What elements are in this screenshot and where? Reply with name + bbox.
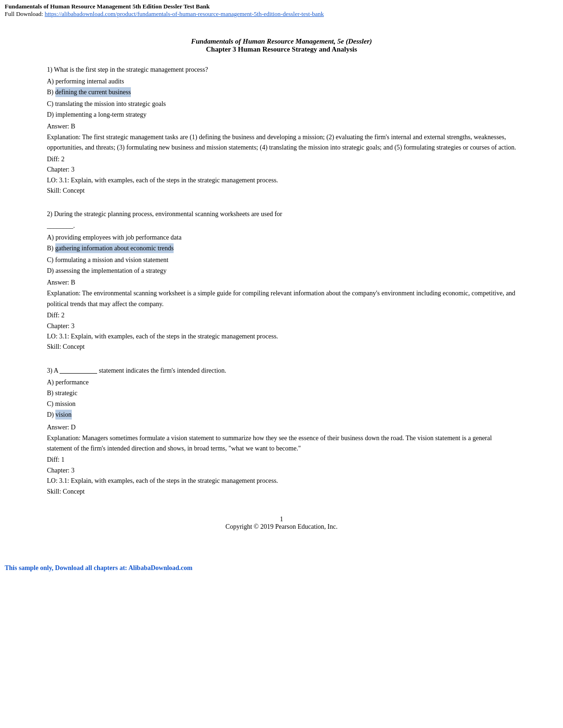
q2-diff: Diff: 2 (47, 310, 516, 321)
bottom-banner-text: This sample only, Download all chapters … (5, 564, 192, 571)
q1-option-b: B) defining the current business (47, 87, 516, 98)
question-3-text: 3) A statement indicates the firm's inte… (47, 366, 516, 375)
question-2-text: 2) During the strategic planning process… (47, 209, 516, 219)
banner-link-row: Full Download: https://alibabadownload.c… (5, 10, 558, 18)
q1-body: What is the first step in the strategic … (54, 66, 208, 73)
question-2-text2: ________. (47, 221, 516, 231)
q2-option-c-label: C) (47, 256, 53, 263)
q3-option-d-label: D) (47, 411, 55, 418)
top-banner: Fundamentals of Human Resource Managemen… (0, 0, 563, 19)
q2-option-c: C) formulating a mission and vision stat… (47, 255, 516, 265)
q2-explanation: Explanation: The environmental scanning … (47, 288, 516, 309)
q3-option-d: D) vision (47, 410, 516, 420)
q2-body: During the strategic planning process, e… (54, 210, 282, 218)
q1-option-c: C) translating the mission into strategi… (47, 99, 516, 109)
banner-link[interactable]: https://alibabadownload.com/product/fund… (45, 10, 324, 17)
q2-lo: LO: 3.1: Explain, with examples, each of… (47, 331, 516, 342)
q1-option-a-label: A) (47, 78, 54, 85)
q3-option-b-label: B) (47, 390, 53, 397)
q2-option-d-label: D) (47, 267, 54, 274)
q2-option-d-text: assessing the implementation of a strate… (55, 267, 167, 274)
q3-text-pre: 3) A (47, 367, 58, 374)
q1-option-c-label: C) (47, 100, 53, 107)
question-3: 3) A statement indicates the firm's inte… (47, 366, 516, 497)
q3-option-b: B) strategic (47, 388, 516, 398)
q1-number: 1) (47, 66, 53, 73)
book-title-line: Fundamentals of Human Resource Managemen… (47, 38, 516, 45)
q2-text2: ________. (47, 222, 75, 229)
q3-option-a-label: A) (47, 379, 54, 386)
question-1-text: 1) What is the first step in the strateg… (47, 65, 516, 75)
q3-option-a-text: performance (55, 379, 89, 386)
q1-answer: Answer: B (47, 121, 516, 131)
q1-explanation: Explanation: The first strategic managem… (47, 132, 516, 153)
q2-option-a-label: A) (47, 234, 54, 241)
q1-option-b-label: B) (47, 89, 55, 96)
q2-option-c-text: formulating a mission and vision stateme… (55, 256, 168, 263)
q1-skill: Skill: Concept (47, 186, 516, 196)
q1-chapter: Chapter: 3 (47, 165, 516, 175)
copyright: Copyright © 2019 Pearson Education, Inc. (47, 523, 516, 531)
q2-skill: Skill: Concept (47, 342, 516, 352)
q2-number: 2) (47, 210, 53, 218)
q3-lo: LO: 3.1: Explain, with examples, each of… (47, 476, 516, 486)
banner-title: Fundamentals of Human Resource Managemen… (5, 3, 558, 10)
q1-option-d-text: implementing a long-term strategy (55, 111, 146, 118)
q1-diff: Diff: 2 (47, 154, 516, 165)
q3-option-b-text: strategic (55, 390, 77, 397)
q3-blank (60, 367, 99, 374)
q3-option-c-text: mission (55, 400, 76, 407)
chapter-title: Chapter 3 Human Resource Strategy and An… (47, 45, 516, 53)
q3-option-a: A) performance (47, 377, 516, 387)
q3-chapter: Chapter: 3 (47, 465, 516, 476)
q1-lo: LO: 3.1: Explain, with examples, each of… (47, 175, 516, 186)
doc-header: Fundamentals of Human Resource Managemen… (47, 38, 516, 53)
q1-option-d: D) implementing a long-term strategy (47, 110, 516, 120)
q1-option-a-text: performing internal audits (55, 78, 124, 85)
q2-option-b: B) gathering information about economic … (47, 243, 516, 254)
book-author: (Dessler) (344, 38, 372, 45)
q2-chapter: Chapter: 3 (47, 321, 516, 331)
q3-skill: Skill: Concept (47, 487, 516, 497)
question-1: 1) What is the first step in the strateg… (47, 65, 516, 196)
q3-option-c: C) mission (47, 399, 516, 409)
book-title: Fundamentals of Human Resource Managemen… (191, 38, 344, 45)
q2-answer: Answer: B (47, 278, 516, 287)
q1-option-b-text-highlighted: defining the current business (55, 87, 131, 97)
link-prefix: Full Download: (5, 10, 45, 17)
q1-option-a: A) performing internal audits (47, 76, 516, 86)
q3-explanation: Explanation: Managers sometimes formulat… (47, 433, 516, 454)
main-content: Fundamentals of Human Resource Managemen… (0, 19, 563, 557)
q3-text-post: statement indicates the firm's intended … (99, 367, 227, 374)
q2-option-b-label: B) (47, 245, 55, 252)
question-2: 2) During the strategic planning process… (47, 209, 516, 352)
page-number: 1 (47, 516, 516, 523)
q1-option-c-text: translating the mission into strategic g… (55, 100, 166, 107)
q1-option-d-label: D) (47, 111, 54, 118)
footer-area: 1 Copyright © 2019 Pearson Education, In… (47, 516, 516, 531)
q3-option-c-label: C) (47, 400, 53, 407)
q3-diff: Diff: 1 (47, 455, 516, 465)
q3-answer: Answer: D (47, 422, 516, 432)
q2-option-d: D) assessing the implementation of a str… (47, 266, 516, 276)
q2-option-a: A) providing employees with job performa… (47, 233, 516, 242)
bottom-banner: This sample only, Download all chapters … (0, 562, 563, 575)
q2-option-a-text: providing employees with job performance… (55, 234, 182, 241)
q2-option-b-text-highlighted: gathering information about economic tre… (55, 243, 174, 253)
q3-option-d-text-highlighted: vision (55, 410, 71, 420)
